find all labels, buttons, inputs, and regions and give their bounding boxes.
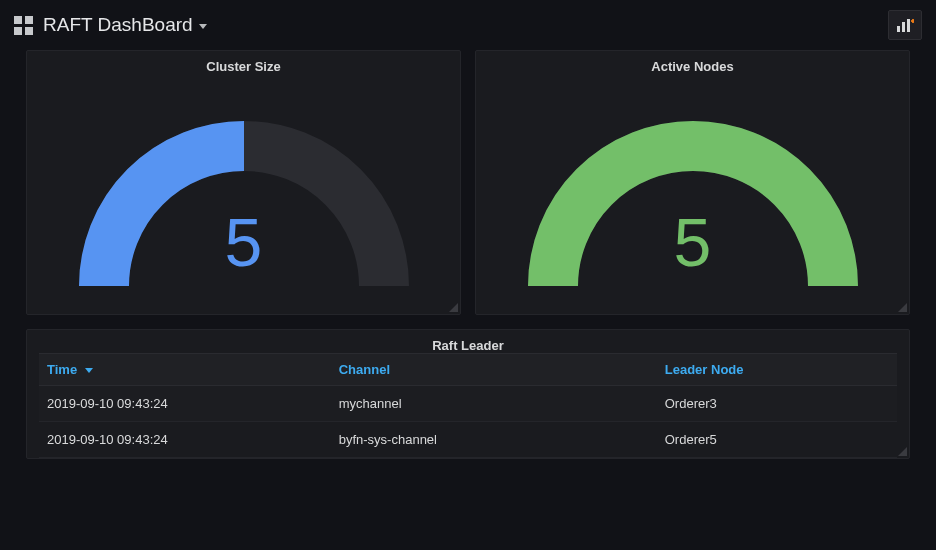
cell-time: 2019-09-10 09:43:24 [39, 386, 331, 422]
page-title: RAFT DashBoard [43, 14, 193, 36]
column-header-time[interactable]: Time [39, 354, 331, 386]
topbar-right [888, 10, 922, 40]
svg-rect-0 [897, 26, 900, 32]
svg-rect-1 [902, 22, 905, 32]
dashboard-icon [14, 16, 33, 35]
gauge-active-nodes: 5 [503, 86, 883, 296]
resize-handle-icon[interactable] [898, 303, 907, 312]
cell-channel: mychannel [331, 386, 657, 422]
cell-leader: Orderer5 [657, 422, 897, 458]
table-wrap: Time Channel Leader Node 2019-09-10 09:4 [27, 353, 909, 458]
gauge-value: 5 [54, 208, 434, 276]
cell-time: 2019-09-10 09:43:24 [39, 422, 331, 458]
panel-row-gauges: Cluster Size 5 Active Nodes [26, 50, 910, 315]
panel-title: Raft Leader [27, 338, 909, 353]
gauge-cluster-size: 5 [54, 86, 434, 296]
bar-chart-plus-icon [896, 17, 914, 33]
panel-title: Active Nodes [476, 59, 909, 74]
topbar-left: RAFT DashBoard [14, 14, 888, 36]
resize-handle-icon[interactable] [449, 303, 458, 312]
cell-channel: byfn-sys-channel [331, 422, 657, 458]
svg-rect-2 [907, 19, 910, 32]
column-header-leader-node[interactable]: Leader Node [657, 354, 897, 386]
column-header-channel[interactable]: Channel [331, 354, 657, 386]
chevron-down-icon [199, 24, 207, 29]
add-panel-button[interactable] [888, 10, 922, 40]
table-row: 2019-09-10 09:43:24 mychannel Orderer3 [39, 386, 897, 422]
cell-leader: Orderer3 [657, 386, 897, 422]
panel-active-nodes[interactable]: Active Nodes 5 [475, 50, 910, 315]
raft-leader-table: Time Channel Leader Node 2019-09-10 09:4 [39, 353, 897, 458]
resize-handle-icon[interactable] [898, 447, 907, 456]
table-row: 2019-09-10 09:43:24 byfn-sys-channel Ord… [39, 422, 897, 458]
panel-title: Cluster Size [27, 59, 460, 74]
sort-desc-icon [85, 368, 93, 373]
gauge-value: 5 [503, 208, 883, 276]
panel-cluster-size[interactable]: Cluster Size 5 [26, 50, 461, 315]
dashboard-grid: Cluster Size 5 Active Nodes [0, 50, 936, 479]
dashboard-title-dropdown[interactable]: RAFT DashBoard [43, 14, 207, 36]
panel-raft-leader[interactable]: Raft Leader Time Channel Leader Node [26, 329, 910, 459]
topbar: RAFT DashBoard [0, 0, 936, 50]
